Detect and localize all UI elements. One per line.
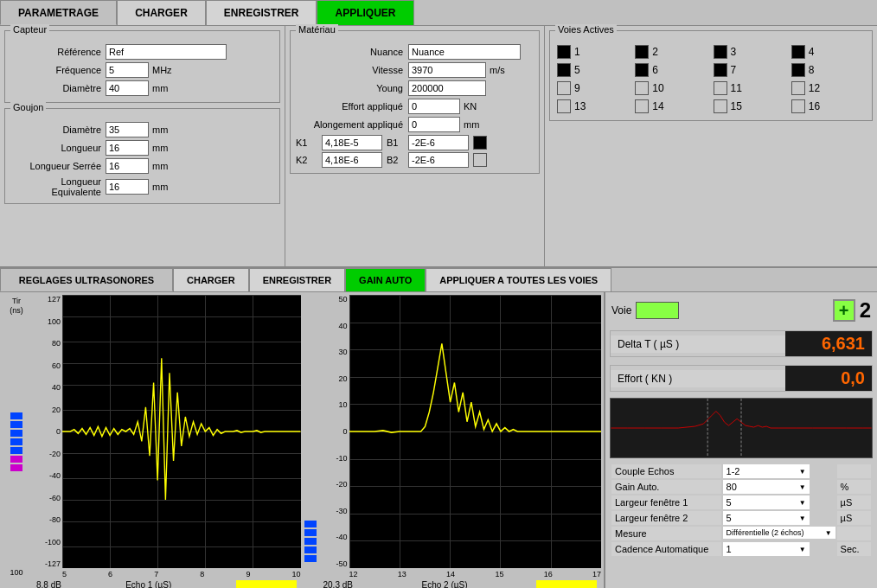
voie-num-6: 6 [652,64,658,76]
mesure-row: Mesure Différentielle (2 échos) ▼ [611,527,871,540]
gain-auto-unit: % [837,480,871,494]
chart2-canvas [349,295,602,568]
voie-checkbox-10[interactable] [635,81,649,95]
chart2-x-axis: 121314151617 [319,570,602,578]
chart2-yellow-bar [536,580,597,588]
goujon-diam-input[interactable] [106,122,149,137]
goujon-long-input[interactable] [106,140,149,156]
voie-checkbox-14[interactable] [635,99,649,113]
effort-input[interactable] [408,99,460,114]
voie-checkbox-7[interactable]: ■ [714,63,727,77]
chart2-y-axis: 50 40 30 20 10 0 -10 -20 -30 -40 -50 [319,295,349,568]
goujon-title: Goujon [10,102,46,112]
chart1-x-axis: 5678910 [32,570,301,578]
tab-reglages[interactable]: REGLAGES ULTRASONORES [0,268,173,291]
cadence-value[interactable]: 1 ▼ [723,542,810,556]
chart2-gain-bar-3 [304,538,317,545]
chart1-info: 8,8 dB Echo 1 (µS) [32,578,301,588]
goujon-long-label: Longueur [10,143,106,153]
voie-checkbox-6[interactable]: ■ [635,63,649,77]
voie-item-14: 14 [635,99,708,113]
voie-checkbox-8[interactable]: ■ [791,63,805,77]
young-input[interactable] [408,80,486,96]
chart1-container: Tir(ns) 100 [3,295,301,588]
voie-num-13: 13 [574,100,586,112]
voie-num-12: 12 [809,82,820,94]
chart2-waveform [349,295,602,568]
voie-checkbox-5[interactable]: ■ [557,63,571,77]
voie-num-7: 7 [731,64,737,76]
voie-num-15: 15 [731,100,742,112]
k2-checkbox[interactable] [473,153,487,167]
tab-appliquer-toutes[interactable]: APPLIQUER A TOUTES LES VOIES [426,268,611,291]
voie-checkbox-2[interactable]: ■ [635,45,649,59]
ref-input[interactable] [106,44,227,60]
couple-echos-value[interactable]: 1-2 ▼ [723,464,810,478]
allong-label: Alongement appliqué [296,119,408,130]
chart2-gain-bar-1 [304,521,317,527]
voie-checkbox-1[interactable]: ■ [557,45,571,59]
diam-input[interactable] [106,80,149,96]
chart1-y-axis: 127 100 80 60 40 20 0 -20 -40 -60 -80 [32,295,62,568]
tab-enregistrer-bottom[interactable]: ENREGISTRER [249,268,345,291]
nuance-input[interactable] [408,44,521,60]
voie-item-3: ■3 [714,45,787,59]
voie-item-2: ■2 [635,45,708,59]
voie-checkbox-13[interactable] [557,99,571,113]
tab-gain-auto[interactable]: GAIN AUTO [345,268,426,291]
freq-input[interactable] [106,62,149,78]
voie-checkbox-3[interactable]: ■ [714,45,727,59]
voies-actives-group: Voies Actives ■1■2■3■4■5■6■7■89101112131… [549,30,873,121]
voie-num-16: 16 [809,100,820,112]
capteur-group: Capteur Référence Fréquence MHz Diamètre… [4,30,280,103]
largeur1-value[interactable]: 5 ▼ [723,495,810,509]
voie-item-16: 16 [791,99,865,113]
voie-checkbox-11[interactable] [714,81,727,95]
voie-item-9: 9 [557,81,631,95]
voie-num-1: 1 [574,46,580,58]
voie-checkbox-9[interactable] [557,81,571,95]
tab-charger-top[interactable]: CHARGER [117,0,206,25]
tab-appliquer-top[interactable]: APPLIQUER [317,0,413,25]
voie-checkbox-16[interactable] [791,99,805,113]
effort-row-label: Effort ( KN ) [611,370,785,387]
tab-parametrage[interactable]: PARAMETRAGE [0,0,117,25]
chart2-gain-bar-5 [304,555,317,562]
k1-input[interactable] [322,135,382,150]
voie-selector[interactable] [636,302,679,319]
voie-checkbox-15[interactable] [714,99,727,113]
vitesse-input[interactable] [408,62,486,78]
b2-input[interactable] [408,152,469,168]
gain-auto-value[interactable]: 80 ▼ [723,480,810,494]
couple-echos-label: Couple Echos [611,464,721,478]
goujon-longserr-input[interactable] [106,158,149,174]
delta-t-value: 6,631 [785,331,872,356]
b2-label: B2 [387,155,404,165]
voie-num-8: 8 [809,64,815,76]
voie-item-10: 10 [635,81,708,95]
voie-checkbox-4[interactable]: ■ [791,45,805,59]
cadence-label: Cadence Automatique [611,542,721,556]
allong-input[interactable] [408,117,460,132]
largeur2-value[interactable]: 5 ▼ [723,511,810,525]
k2-input[interactable] [322,152,382,168]
effort-label: Effort appliqué [296,101,408,112]
k1-checkbox[interactable] [473,136,487,150]
goujon-longequiv-input[interactable] [106,179,149,195]
ref-label: Référence [10,47,106,57]
gain-bar-1 [10,412,22,419]
voie-checkbox-12[interactable] [791,81,805,95]
k2-label: K2 [296,155,317,165]
gain-bar-2 [10,421,22,428]
capteur-title: Capteur [10,24,49,35]
gain-bar-mag [10,456,22,463]
k1-label: K1 [296,137,317,148]
largeur1-row: Largeur fenêtre 1 5 ▼ µS [611,495,871,509]
nuance-label: Nuance [296,47,408,57]
tab-enregistrer-top[interactable]: ENREGISTRER [206,0,317,25]
voie-plus-button[interactable]: + [833,299,855,322]
tab-charger-bottom[interactable]: CHARGER [173,268,249,291]
voie-item-7: ■7 [714,63,787,77]
mesure-value[interactable]: Différentielle (2 échos) ▼ [723,527,835,539]
b1-input[interactable] [408,135,469,150]
